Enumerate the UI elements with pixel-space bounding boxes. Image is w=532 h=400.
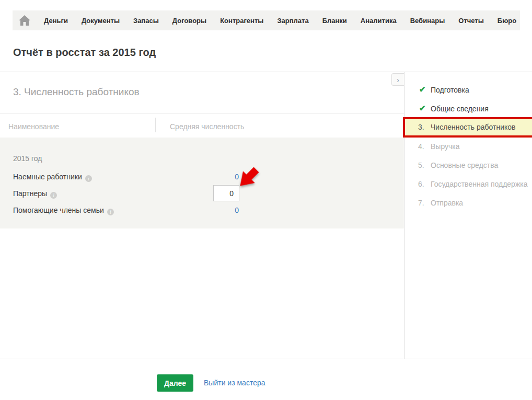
nav-item-bureau[interactable]: Бюро	[498, 17, 516, 25]
step-label: Общие сведения	[431, 105, 489, 113]
row-label-text: Партнеры	[13, 189, 47, 198]
collapse-sidebar-button[interactable]: ›	[391, 73, 404, 86]
nav-item-analytics[interactable]: Аналитика	[361, 17, 397, 25]
column-divider	[155, 118, 156, 132]
step-revenue[interactable]: 4. Выручка	[404, 141, 532, 152]
step-number: 5.	[418, 161, 424, 169]
step-preparation[interactable]: ✔ Подготовка	[404, 85, 532, 95]
row-label-helping-family-members: Помогающие члены семьиi	[13, 206, 114, 215]
step-label: Государственная поддержка	[431, 180, 527, 188]
hired-workers-value-link[interactable]: 0	[170, 173, 239, 181]
row-label-text: Помогающие члены семьи	[13, 206, 104, 214]
step-label: Выручка	[431, 142, 460, 151]
step-general-info[interactable]: ✔ Общие сведения	[404, 104, 532, 114]
nav-item-contracts[interactable]: Договоры	[172, 17, 206, 25]
row-label-hired-workers: Наемные работникиi	[13, 173, 92, 182]
nav-item-stocks[interactable]: Запасы	[133, 17, 159, 25]
page-title: Отчёт в росстат за 2015 год	[13, 47, 156, 59]
home-icon[interactable]	[19, 15, 30, 26]
step-number: 3.	[418, 123, 424, 131]
year-group-label: 2015 год	[13, 154, 42, 163]
info-icon[interactable]: i	[107, 209, 114, 215]
content-bottom-border	[0, 359, 532, 359]
row-label-text: Наемные работники	[13, 173, 82, 181]
step-fixed-assets[interactable]: 5. Основные средства	[404, 160, 532, 170]
info-icon[interactable]: i	[50, 192, 57, 199]
column-header-average-count: Средняя численность	[170, 122, 244, 131]
nav-item-reports[interactable]: Отчеты	[458, 17, 484, 25]
nav-item-money[interactable]: Деньги	[44, 17, 68, 25]
check-icon: ✔	[419, 104, 426, 113]
step-label: Численность работников	[431, 123, 516, 131]
check-icon: ✔	[419, 85, 426, 94]
helping-family-value-link[interactable]: 0	[170, 206, 239, 214]
section-title: 3. Численность работников	[13, 86, 140, 98]
table-header-border	[0, 113, 404, 114]
step-state-support[interactable]: 6. Государственная поддержка	[404, 179, 532, 189]
nav-item-documents[interactable]: Документы	[82, 17, 120, 25]
step-label: Подготовка	[431, 86, 469, 94]
nav-item-webinars[interactable]: Вебинары	[410, 17, 445, 25]
nav-item-counterparties[interactable]: Контрагенты	[220, 17, 263, 25]
content-top-border	[0, 72, 532, 72]
info-icon[interactable]: i	[85, 175, 92, 182]
content-sidebar-divider	[404, 72, 404, 359]
chevron-right-icon: ›	[397, 76, 399, 84]
column-header-name: Наименование	[8, 122, 59, 131]
row-label-partners: Партнерыi	[13, 189, 57, 199]
step-sending[interactable]: 7. Отправка	[404, 198, 532, 208]
top-navigation: Деньги Документы Запасы Договоры Контраг…	[13, 10, 520, 30]
step-number: 7.	[418, 199, 424, 207]
step-label: Отправка	[431, 199, 463, 207]
nav-item-salary[interactable]: Зарплата	[277, 17, 308, 25]
partners-count-input[interactable]	[213, 185, 239, 201]
step-employee-count-current[interactable]: 3. Численность работников	[405, 119, 532, 135]
exit-wizard-link[interactable]: Выйти из мастера	[204, 379, 265, 387]
step-number: 6.	[418, 180, 424, 188]
step-label: Основные средства	[431, 161, 498, 169]
step-number: 4.	[418, 142, 424, 151]
next-button[interactable]: Далее	[157, 374, 193, 392]
nav-item-forms[interactable]: Бланки	[322, 17, 347, 25]
